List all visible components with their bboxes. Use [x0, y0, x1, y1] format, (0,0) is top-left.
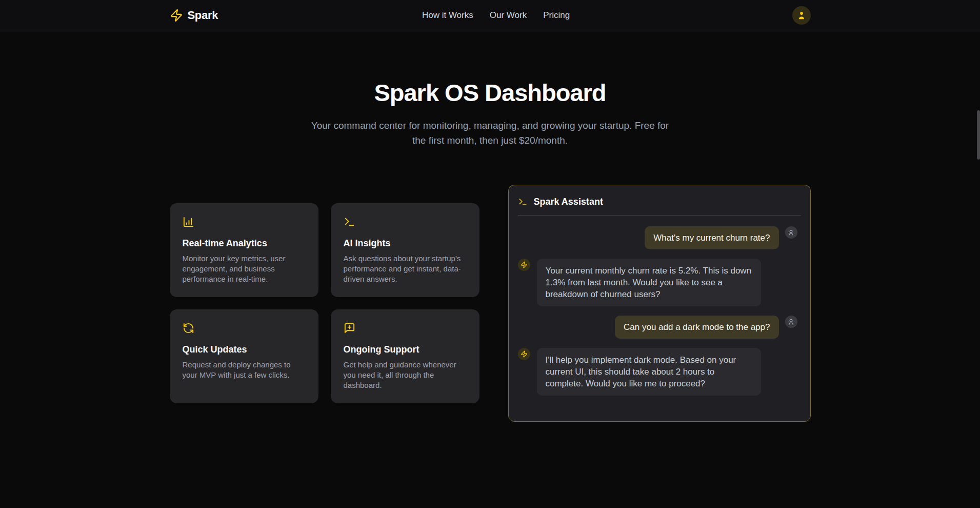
terminal-icon — [344, 216, 355, 228]
assistant-avatar — [518, 259, 530, 271]
feature-description: Get help and guidance whenever you need … — [344, 360, 467, 390]
message-square-plus-icon — [344, 322, 355, 334]
nav-link-how-it-works[interactable]: How it Works — [422, 10, 473, 21]
nav-link-pricing[interactable]: Pricing — [543, 10, 570, 21]
feature-card-ongoing-support: Ongoing Support Get help and guidance wh… — [331, 309, 479, 403]
top-nav: Spark How it Works Our Work Pricing — [0, 0, 980, 31]
feature-card-realtime-analytics: Real-time Analytics Monitor your key met… — [170, 203, 318, 297]
chat-messages: What's my current churn rate? Your curre… — [509, 216, 810, 396]
user-avatar — [785, 226, 797, 239]
chat-message-assistant: Your current monthly churn rate is 5.2%.… — [518, 259, 797, 306]
assistant-message-bubble: Your current monthly churn rate is 5.2%.… — [537, 259, 761, 306]
user-icon — [787, 229, 795, 237]
brand-name: Spark — [188, 9, 218, 22]
chat-message-user: What's my current churn rate? — [518, 226, 797, 249]
zap-icon — [170, 9, 183, 22]
brand-logo[interactable]: Spark — [170, 9, 218, 22]
chat-message-assistant: I'll help you implement dark mode. Based… — [518, 348, 797, 396]
user-avatar — [785, 316, 797, 328]
user-message-bubble: Can you add a dark mode to the app? — [615, 316, 778, 339]
assistant-message-bubble: I'll help you implement dark mode. Based… — [537, 348, 761, 396]
account-avatar-button[interactable] — [792, 6, 811, 25]
feature-title: AI Insights — [344, 238, 467, 249]
assistant-avatar — [518, 348, 530, 360]
feature-description: Request and deploy changes to your MVP w… — [183, 360, 306, 380]
assistant-header: Spark Assistant — [509, 185, 810, 215]
hero-subtitle: Your command center for monitoring, mana… — [311, 118, 670, 148]
feature-title: Ongoing Support — [344, 344, 467, 355]
main-content-row: Real-time Analytics Monitor your key met… — [170, 185, 811, 422]
features-grid: Real-time Analytics Monitor your key met… — [170, 203, 479, 403]
zap-icon — [521, 350, 528, 358]
feature-title: Real-time Analytics — [183, 238, 306, 249]
page-title: Spark OS Dashboard — [0, 79, 980, 107]
user-icon — [796, 10, 807, 21]
page-scrollbar-thumb[interactable] — [977, 110, 980, 160]
user-icon — [787, 318, 795, 326]
zap-icon — [521, 261, 528, 268]
terminal-icon — [518, 197, 528, 207]
chat-message-user: Can you add a dark mode to the app? — [518, 316, 797, 339]
refresh-icon — [183, 322, 194, 334]
spark-assistant-panel: Spark Assistant What's my current churn … — [508, 185, 811, 422]
hero-section: Spark OS Dashboard Your command center f… — [0, 79, 980, 148]
chart-column-icon — [183, 216, 194, 228]
feature-description: Monitor your key metrics, user engagemen… — [183, 253, 306, 284]
user-message-bubble: What's my current churn rate? — [645, 226, 778, 249]
feature-description: Ask questions about your startup's perfo… — [344, 253, 467, 284]
feature-title: Quick Updates — [183, 344, 306, 355]
nav-link-our-work[interactable]: Our Work — [490, 10, 527, 21]
nav-links: How it Works Our Work Pricing — [422, 10, 570, 21]
assistant-title: Spark Assistant — [534, 197, 603, 207]
feature-card-quick-updates: Quick Updates Request and deploy changes… — [170, 309, 318, 403]
feature-card-ai-insights: AI Insights Ask questions about your sta… — [331, 203, 479, 297]
